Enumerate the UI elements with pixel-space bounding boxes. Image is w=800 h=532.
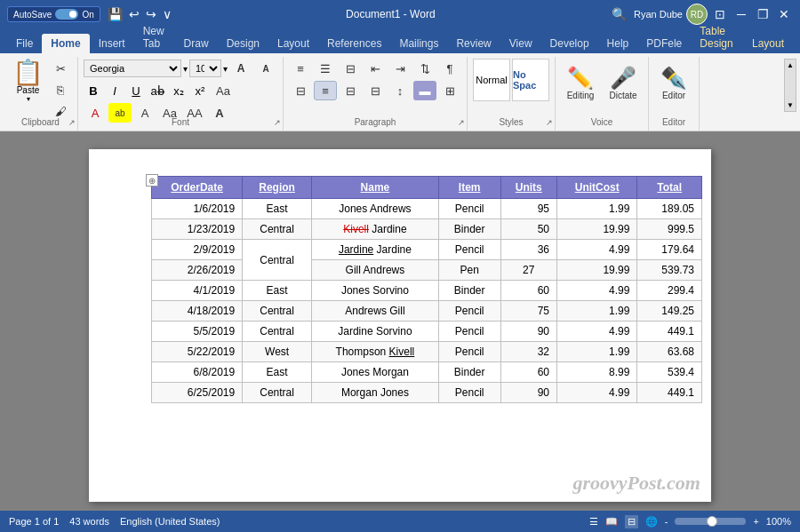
- more-icon[interactable]: ∨: [161, 5, 173, 23]
- dictate-button[interactable]: 🎤 Dictate: [604, 59, 643, 108]
- tab-table-design[interactable]: Table Design: [691, 21, 743, 53]
- ribbon-scroll-up[interactable]: ▲: [787, 61, 794, 69]
- cell-item: Pencil: [438, 199, 500, 219]
- tab-review[interactable]: Review: [447, 34, 500, 53]
- multilevel-list-btn[interactable]: ⊟: [339, 59, 362, 78]
- align-left-btn[interactable]: ⊟: [289, 81, 312, 100]
- align-center-btn[interactable]: ≡: [314, 81, 337, 100]
- zoom-slider[interactable]: [675, 518, 746, 525]
- tab-develop[interactable]: Develop: [541, 34, 598, 53]
- cell-units: 36: [500, 240, 556, 260]
- increase-indent-btn[interactable]: ⇥: [388, 59, 412, 78]
- table-move-handle[interactable]: ⊕: [146, 174, 158, 187]
- minimize-button[interactable]: ─: [732, 5, 750, 23]
- sort-btn[interactable]: ⇅: [413, 59, 436, 78]
- zoom-in-btn[interactable]: +: [753, 516, 758, 527]
- paste-dropdown[interactable]: ▾: [27, 95, 30, 103]
- number-list-btn[interactable]: ☰: [314, 59, 337, 78]
- paragraph-expand[interactable]: ↗: [458, 118, 465, 127]
- align-right-btn[interactable]: ⊟: [339, 81, 362, 100]
- focus-mode-btn[interactable]: ☰: [589, 516, 598, 528]
- autosave-pill[interactable]: [55, 9, 78, 20]
- cell-region: East: [243, 281, 312, 301]
- cell-unitcost: 1.99: [557, 199, 637, 219]
- tab-design[interactable]: Design: [218, 34, 268, 53]
- font-size-dropdown[interactable]: ▾: [223, 64, 228, 74]
- cut-button[interactable]: ✂: [49, 59, 72, 78]
- cell-date: 2/9/2019: [152, 240, 243, 260]
- close-button[interactable]: ✕: [775, 5, 793, 23]
- tab-pdfele[interactable]: PDFele: [637, 34, 691, 53]
- zoom-out-btn[interactable]: -: [665, 516, 668, 527]
- save-icon[interactable]: 💾: [106, 5, 124, 23]
- border-btn[interactable]: ⊞: [438, 81, 461, 100]
- shading-para-btn[interactable]: ▬: [413, 81, 436, 100]
- show-marks-btn[interactable]: ¶: [438, 59, 461, 78]
- underline-button[interactable]: U: [126, 81, 146, 100]
- cell-item: Binder: [438, 281, 500, 301]
- italic-button[interactable]: I: [105, 81, 124, 100]
- superscript-button[interactable]: x²: [190, 81, 210, 100]
- clear-format-button[interactable]: Aa: [212, 81, 235, 100]
- cell-region: Central: [243, 322, 312, 342]
- tab-newtab[interactable]: New Tab: [134, 21, 175, 53]
- font-name-select[interactable]: Georgia: [84, 60, 181, 77]
- line-spacing-btn[interactable]: ↕: [388, 81, 412, 100]
- read-mode-btn[interactable]: 📖: [605, 516, 618, 528]
- tab-layout-context[interactable]: Layout: [743, 34, 793, 53]
- editing-label: Editing: [567, 91, 595, 100]
- table-row: 2/26/2019 Gill Andrews Pen 27 19.99 539.…: [152, 260, 702, 281]
- tab-view[interactable]: View: [500, 34, 541, 53]
- redo-icon[interactable]: ↪: [144, 5, 158, 23]
- tab-help[interactable]: Help: [598, 34, 638, 53]
- normal-style[interactable]: Normal: [473, 59, 510, 101]
- heading1-style[interactable]: No Spac: [512, 59, 549, 101]
- justify-btn[interactable]: ⊟: [364, 81, 387, 100]
- autosave-toggle[interactable]: AutoSave On: [7, 6, 100, 22]
- cell-units: 27: [500, 260, 556, 281]
- ribbon-scroll-down[interactable]: ▼: [787, 101, 794, 109]
- tab-home[interactable]: Home: [42, 34, 89, 53]
- tab-draw[interactable]: Draw: [175, 34, 218, 53]
- styles-expand[interactable]: ↗: [546, 118, 553, 127]
- title-search-icon[interactable]: 🔍: [608, 5, 630, 23]
- clipboard-group: 📋 Paste ▾ ✂ ⎘ 🖌 Clipboard ↗: [4, 57, 78, 131]
- paste-button[interactable]: 📋 Paste ▾: [9, 59, 47, 105]
- undo-icon[interactable]: ↩: [127, 5, 141, 23]
- status-bar: Page 1 of 1 43 words English (United Sta…: [0, 511, 800, 532]
- header-unitcost: UnitCost: [557, 177, 637, 199]
- decrease-font-btn[interactable]: A: [254, 59, 277, 78]
- autosave-label: AutoSave: [13, 10, 52, 20]
- copy-button[interactable]: ⎘: [49, 80, 72, 99]
- web-layout-btn[interactable]: 🌐: [645, 516, 658, 528]
- tab-insert[interactable]: Insert: [90, 34, 134, 53]
- subscript-button[interactable]: x₂: [169, 81, 188, 100]
- bullet-list-btn[interactable]: ≡: [289, 59, 312, 78]
- strikethrough-button[interactable]: ab̶: [148, 81, 167, 100]
- bold-button[interactable]: B: [84, 81, 103, 100]
- editor-button[interactable]: ✒️ Editor: [654, 59, 693, 108]
- clipboard-label: Clipboard: [4, 117, 77, 127]
- print-layout-btn[interactable]: ⊟: [625, 515, 638, 528]
- ribbon-display-btn[interactable]: ⊡: [711, 5, 729, 23]
- tab-layout[interactable]: Layout: [268, 34, 318, 53]
- table-row: 6/25/2019 Central Morgan Jones Pencil 90…: [152, 383, 702, 403]
- editing-button[interactable]: ✏️ Editing: [561, 59, 600, 108]
- tab-references[interactable]: References: [318, 34, 390, 53]
- font-size-select[interactable]: 10: [189, 60, 221, 77]
- cell-name: Jardine Jardine: [312, 240, 439, 260]
- cell-region: West: [243, 342, 312, 362]
- clipboard-expand[interactable]: ↗: [68, 118, 76, 127]
- font-group: Georgia ▾ 10 ▾ A A B I U ab̶ x₂ x² Aa A: [78, 57, 284, 131]
- font-name-dropdown[interactable]: ▾: [183, 64, 188, 74]
- cell-name: Morgan Jones: [312, 383, 439, 403]
- tab-file[interactable]: File: [7, 34, 42, 53]
- increase-font-btn[interactable]: A: [229, 59, 252, 78]
- decrease-indent-btn[interactable]: ⇤: [364, 59, 387, 78]
- editor-icon: ✒️: [660, 67, 687, 89]
- table-row: 1/6/2019 East Jones Andrews Pencil 95 1.…: [152, 199, 702, 219]
- font-expand[interactable]: ↗: [274, 118, 281, 127]
- restore-button[interactable]: ❐: [754, 5, 772, 23]
- tab-mailings[interactable]: Mailings: [390, 34, 447, 53]
- title-bar: AutoSave On 💾 ↩ ↪ ∨ Document1 - Word 🔍 R…: [0, 0, 800, 28]
